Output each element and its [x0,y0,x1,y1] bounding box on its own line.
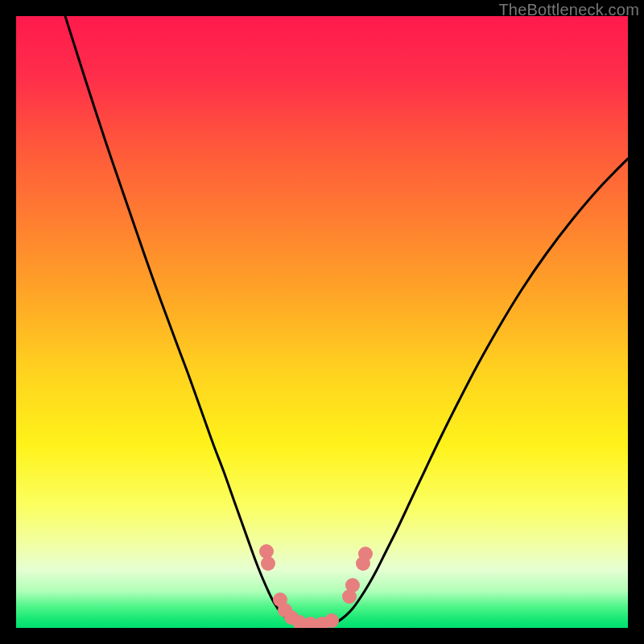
data-marker [345,578,360,592]
data-marker [261,556,275,571]
data-marker [358,547,373,561]
bottleneck-chart [16,16,628,628]
data-marker [324,613,339,628]
gradient-background [16,16,628,628]
plot-area [16,16,628,628]
chart-frame: TheBottleneck.com [0,0,644,644]
